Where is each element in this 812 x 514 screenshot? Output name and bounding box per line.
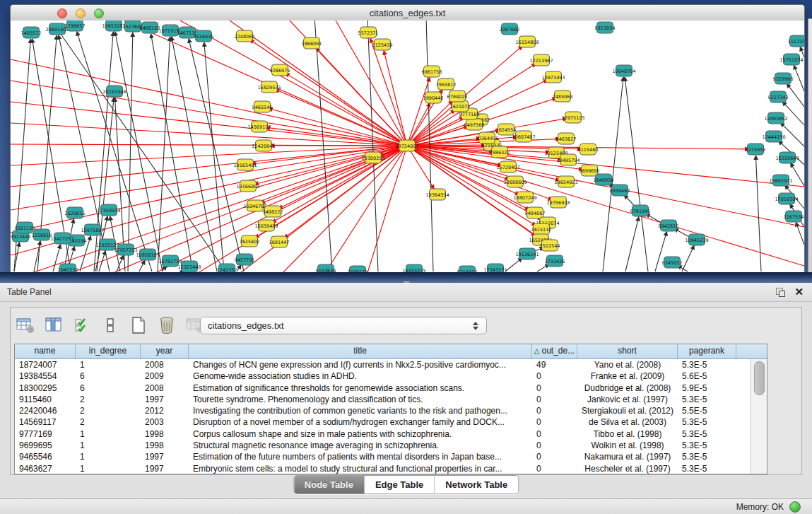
network-node[interactable]: 17957253	[114, 244, 137, 255]
float-panel-icon[interactable]	[776, 288, 785, 297]
table-row[interactable]: 969969511998Structural magnetic resonanc…	[15, 440, 751, 451]
table-cell[interactable]: Nakamura et al. (1997)	[577, 451, 678, 462]
network-view-window[interactable]: citations_edges.txt 18724007161548081221…	[10, 4, 805, 274]
table-cell[interactable]: Dudbridge et al. (2008)	[577, 382, 678, 394]
network-node[interactable]: 20364436	[475, 132, 498, 144]
network-edge-red[interactable]	[316, 48, 407, 146]
network-node[interactable]: 1640954	[594, 174, 614, 185]
network-node[interactable]: 5572371	[358, 27, 379, 38]
table-row[interactable]: 1872400712008Changes of HCN gene express…	[15, 359, 751, 370]
network-node[interactable]: 6791945	[630, 205, 651, 216]
network-node[interactable]: 16154808	[515, 36, 539, 47]
network-node[interactable]: 12323448	[177, 261, 201, 272]
split-pane-divider[interactable]	[0, 272, 812, 283]
network-edge-black[interactable]	[99, 251, 105, 271]
network-node[interactable]: 7955812	[436, 78, 457, 90]
table-cell[interactable]: 22420046	[15, 405, 76, 416]
network-node[interactable]: 12093852	[764, 112, 787, 124]
network-node[interactable]: 9465546	[252, 101, 273, 112]
table-row[interactable]: 1456911722003Disruption of a novel membe…	[15, 416, 751, 428]
column-header-in_degree[interactable]: in_degree	[76, 344, 141, 358]
table-cell[interactable]: 2003	[141, 416, 189, 428]
table-cell[interactable]: Yano et al. (2008)	[577, 359, 678, 370]
network-edge-red[interactable]	[336, 21, 407, 146]
network-edge-black[interactable]	[794, 65, 804, 91]
table-row[interactable]: 911546021997Tourette syndrome. Phenomeno…	[15, 394, 751, 405]
network-edge-black[interactable]	[172, 37, 217, 271]
network-node[interactable]: 1167534	[784, 211, 804, 222]
network-node[interactable]: 19654923	[554, 176, 577, 187]
table-cell[interactable]: 0	[532, 416, 577, 428]
network-edge-black[interactable]	[625, 77, 648, 271]
network-node[interactable]: 2620655	[65, 207, 86, 218]
table-cell[interactable]: 9699695	[15, 440, 76, 451]
network-node[interactable]: 1733426	[545, 255, 565, 267]
network-node[interactable]: 2087682	[500, 23, 520, 35]
network-node[interactable]: 20153346	[102, 86, 126, 97]
memory-status-indicator[interactable]	[789, 501, 801, 513]
table-cell[interactable]: Estimation of the future numbers of pati…	[189, 451, 532, 462]
table-cell[interactable]: 1	[76, 463, 141, 474]
table-cell[interactable]: Tibbo et al. (1998)	[577, 428, 678, 440]
network-edge-black[interactable]	[782, 102, 804, 125]
table-settings-button[interactable]	[15, 315, 36, 336]
network-node[interactable]: 10975887	[81, 224, 104, 235]
network-node[interactable]: 6497568	[464, 119, 485, 130]
table-cell[interactable]: 2008	[141, 382, 189, 394]
table-cell[interactable]: Disruption of a novel member of a sodium…	[189, 416, 532, 428]
table-vertical-scrollbar[interactable]	[751, 359, 767, 474]
tab-edge-table[interactable]: Edge Table	[365, 476, 435, 493]
network-node[interactable]: 7986322	[490, 146, 510, 158]
network-node[interactable]: 12444150	[762, 131, 785, 142]
network-node[interactable]: 19756928	[546, 197, 570, 208]
network-edge-black[interactable]	[787, 83, 804, 107]
network-edge-black[interactable]	[139, 260, 145, 271]
network-canvas[interactable]: 1872400716154808122139671097349374850631…	[11, 21, 804, 273]
network-edge-red[interactable]	[286, 74, 407, 146]
network-node[interactable]: 2248084	[235, 30, 255, 42]
table-row[interactable]: 1830029562008Estimation of significance …	[15, 382, 751, 394]
network-node[interactable]: 8813054	[595, 22, 616, 33]
network-node[interactable]: 18724007	[395, 140, 418, 151]
network-edge-red[interactable]	[11, 59, 407, 146]
network-node[interactable]: 1990448	[423, 92, 444, 103]
table-cell[interactable]: 5.3E-5	[678, 428, 736, 440]
table-cell[interactable]: 9777169	[15, 428, 76, 440]
network-node[interactable]: 8942615	[659, 220, 679, 231]
table-cell[interactable]: 5.3E-5	[678, 463, 736, 474]
network-edge-black[interactable]	[625, 217, 639, 271]
network-node[interactable]: 17016504	[775, 193, 798, 204]
table-cell[interactable]: 1	[76, 440, 141, 451]
table-cell[interactable]: 1997	[141, 463, 189, 474]
table-cell[interactable]: Franke et al. (2009)	[577, 370, 678, 382]
table-row[interactable]: 946362711997Embryonic stem cells: a mode…	[15, 463, 751, 474]
table-cell[interactable]: 5.9E-5	[678, 382, 736, 394]
network-edge-red[interactable]	[11, 123, 407, 146]
table-row[interactable]: 2242004622012Investigating the contribut…	[15, 405, 751, 416]
delete-table-button[interactable]	[156, 315, 177, 336]
network-node[interactable]: 16648784	[612, 65, 635, 76]
table-cell[interactable]: 0	[532, 451, 577, 462]
table-cell[interactable]: 1998	[141, 428, 189, 440]
scrollbar-thumb[interactable]	[754, 361, 765, 395]
table-cell[interactable]: 1998	[141, 440, 189, 451]
table-cell[interactable]: 9115460	[15, 394, 76, 405]
network-node[interactable]: 8215955	[746, 144, 766, 155]
table-cell[interactable]: de Silva et al. (2003)	[577, 416, 678, 428]
table-cell[interactable]: Corpus callosum shape and size in male p…	[189, 428, 532, 440]
network-node[interactable]: 1691447	[269, 236, 290, 247]
network-edge-black[interactable]	[204, 42, 224, 271]
network-node[interactable]: 10958107	[136, 249, 159, 260]
table-cell[interactable]: 0	[532, 382, 577, 394]
column-header-out_de[interactable]: △out_de...	[532, 344, 577, 358]
table-cell[interactable]: 6	[76, 382, 141, 394]
table-cell[interactable]: 14569117	[15, 416, 76, 428]
network-node[interactable]: 15751074	[779, 54, 803, 65]
network-edge-black[interactable]	[755, 156, 761, 271]
column-checkmarks-button[interactable]	[71, 315, 93, 336]
table-cell[interactable]: 19384554	[15, 370, 76, 382]
network-node[interactable]: 19136141	[515, 248, 539, 259]
window-titlebar[interactable]: citations_edges.txt	[11, 5, 804, 21]
row-mode-button[interactable]	[100, 315, 121, 336]
table-cell[interactable]: 18300295	[15, 382, 76, 394]
